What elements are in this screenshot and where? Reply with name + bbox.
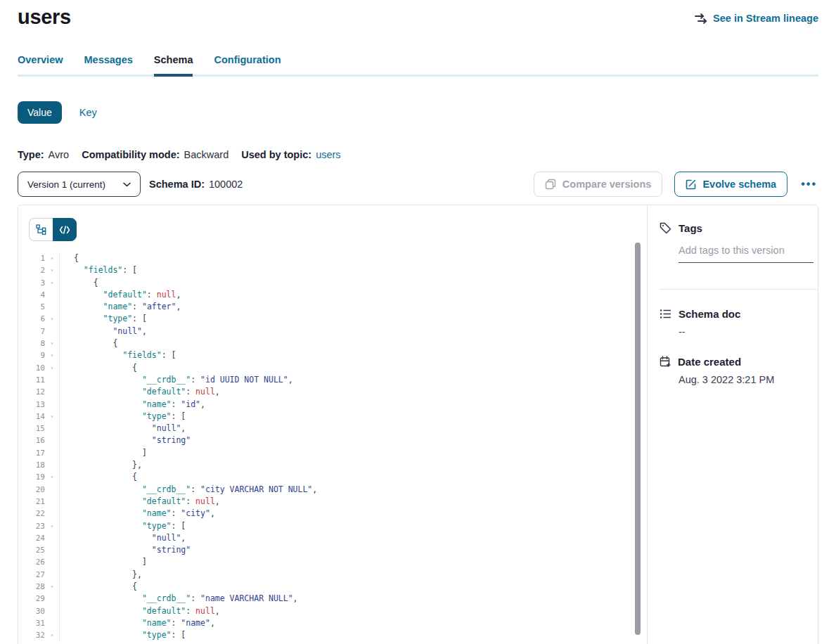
code-view-button[interactable] bbox=[53, 218, 77, 241]
code-line: 20 "__crdb__": "city VARCHAR NOT NULL", bbox=[18, 484, 647, 496]
code-line: 32▾ "type": [ bbox=[18, 629, 647, 641]
fold-arrow-icon[interactable]: ▾ bbox=[45, 471, 59, 483]
compare-versions-button[interactable]: Compare versions bbox=[534, 172, 663, 197]
edit-square-icon bbox=[686, 179, 696, 190]
fold-arrow-icon[interactable]: ▾ bbox=[45, 349, 59, 361]
line-number: 2 bbox=[18, 264, 45, 276]
sidebar-divider bbox=[660, 289, 818, 290]
line-number: 19 bbox=[18, 471, 45, 483]
calendar-plus-icon bbox=[660, 356, 671, 368]
line-number: 1 bbox=[18, 252, 45, 264]
tab-configuration[interactable]: Configuration bbox=[214, 54, 281, 75]
code-line: 31 "name": "name", bbox=[18, 617, 647, 629]
evolve-schema-button[interactable]: Evolve schema bbox=[674, 172, 787, 197]
line-number: 17 bbox=[18, 447, 45, 459]
code-text: "null", bbox=[59, 326, 647, 337]
fold-arrow-icon[interactable]: ▾ bbox=[45, 411, 59, 423]
editor-scrollbar-thumb[interactable] bbox=[635, 243, 641, 635]
line-number: 7 bbox=[18, 326, 45, 337]
date-created-section: Date created Aug. 3 2022 3:21 PM bbox=[660, 356, 818, 385]
code-text: "name": "after", bbox=[59, 301, 647, 313]
code-text: "default": null, bbox=[59, 605, 647, 617]
code-line: 17 ] bbox=[18, 447, 647, 459]
line-number: 3 bbox=[18, 277, 45, 289]
line-number: 31 bbox=[18, 617, 45, 629]
code-line: 27 }, bbox=[18, 569, 647, 581]
code-text: { bbox=[59, 471, 647, 483]
code-text: { bbox=[59, 337, 647, 349]
code-text: "null", bbox=[59, 423, 647, 434]
code-text: ] bbox=[59, 556, 647, 568]
evolve-schema-label: Evolve schema bbox=[702, 179, 776, 190]
line-number: 18 bbox=[18, 459, 45, 471]
line-number: 29 bbox=[18, 593, 45, 605]
schema-page: users See in Stream lineage OverviewMess… bbox=[0, 0, 836, 644]
line-number: 8 bbox=[18, 337, 45, 349]
fold-arrow-icon[interactable]: ▾ bbox=[45, 629, 59, 641]
tags-heading-row: Tags bbox=[660, 222, 818, 234]
more-actions-button[interactable]: ••• bbox=[799, 178, 818, 191]
line-number: 23 bbox=[18, 520, 45, 532]
line-number: 11 bbox=[18, 374, 45, 386]
tag-icon bbox=[660, 222, 671, 234]
line-number: 10 bbox=[18, 362, 45, 374]
line-number: 21 bbox=[18, 496, 45, 508]
code-text: { bbox=[59, 252, 647, 264]
fold-spacer bbox=[45, 399, 59, 411]
tree-icon bbox=[36, 224, 46, 235]
code-text: "type": [ bbox=[59, 411, 647, 423]
fold-spacer bbox=[45, 374, 59, 386]
code-line: 9▾ "fields": [ bbox=[18, 349, 647, 361]
code-text: ] bbox=[59, 447, 647, 459]
type-value: Avro bbox=[49, 149, 70, 160]
version-select[interactable]: Version 1 (current) bbox=[18, 172, 141, 197]
fold-spacer bbox=[45, 593, 59, 605]
code-line: 7 "null", bbox=[18, 326, 647, 337]
schema-doc-value: -- bbox=[679, 326, 818, 337]
tree-view-button[interactable] bbox=[29, 218, 53, 241]
fold-arrow-icon[interactable]: ▾ bbox=[45, 313, 59, 325]
line-number: 26 bbox=[18, 556, 45, 568]
schema-meta-row: Type: Avro Compatibility mode: Backward … bbox=[18, 149, 818, 160]
fold-spacer bbox=[45, 434, 59, 446]
code-line: 23▾ "type": [ bbox=[18, 520, 647, 532]
code-text: "__crdb__": "name VARCHAR NULL", bbox=[59, 593, 647, 605]
code-text: "string" bbox=[59, 544, 647, 556]
tab-overview[interactable]: Overview bbox=[18, 54, 63, 75]
topic-link[interactable]: users bbox=[316, 149, 340, 160]
code-text: "type": [ bbox=[59, 629, 647, 641]
code-line: 25 "string" bbox=[18, 544, 647, 556]
tab-messages[interactable]: Messages bbox=[84, 54, 133, 75]
schema-id-label: Schema ID: bbox=[149, 179, 205, 190]
schema-sidebar: Tags Schema doc -- bbox=[647, 205, 818, 644]
code-text: "default": null, bbox=[59, 289, 647, 301]
line-number: 24 bbox=[18, 532, 45, 544]
stream-lineage-icon bbox=[695, 13, 707, 24]
code-text: "fields": [ bbox=[59, 349, 647, 361]
code-line: 28▾ { bbox=[18, 581, 647, 593]
fold-arrow-icon[interactable]: ▾ bbox=[45, 277, 59, 289]
add-tags-input[interactable] bbox=[679, 245, 814, 263]
code-text: }, bbox=[59, 459, 647, 471]
fold-arrow-icon[interactable]: ▾ bbox=[45, 337, 59, 349]
fold-arrow-icon[interactable]: ▾ bbox=[45, 520, 59, 532]
fold-spacer bbox=[45, 289, 59, 301]
date-created-heading: Date created bbox=[678, 356, 741, 368]
value-toggle-button[interactable]: Value bbox=[18, 101, 62, 124]
fold-arrow-icon[interactable]: ▾ bbox=[45, 264, 59, 276]
schema-detail-panel: 1▾{2▾ "fields": [3▾ {4 "default": null,5… bbox=[18, 205, 818, 644]
fold-arrow-icon[interactable]: ▾ bbox=[45, 252, 59, 264]
fold-arrow-icon[interactable]: ▾ bbox=[45, 581, 59, 593]
stream-lineage-link[interactable]: See in Stream lineage bbox=[695, 13, 818, 24]
key-toggle-button[interactable]: Key bbox=[79, 107, 97, 118]
code-line: 12 "default": null, bbox=[18, 386, 647, 398]
tab-schema[interactable]: Schema bbox=[154, 54, 193, 75]
type-meta: Type: Avro bbox=[18, 149, 69, 160]
fold-arrow-icon[interactable]: ▾ bbox=[45, 362, 59, 374]
code-text: "type": [ bbox=[59, 520, 647, 532]
code-line: 8▾ { bbox=[18, 337, 647, 349]
schema-doc-heading: Schema doc bbox=[679, 308, 740, 320]
schema-code-section: 1▾{2▾ "fields": [3▾ {4 "default": null,5… bbox=[18, 205, 647, 644]
schema-editor[interactable]: 1▾{2▾ "fields": [3▾ {4 "default": null,5… bbox=[18, 252, 647, 642]
line-number: 32 bbox=[18, 629, 45, 641]
